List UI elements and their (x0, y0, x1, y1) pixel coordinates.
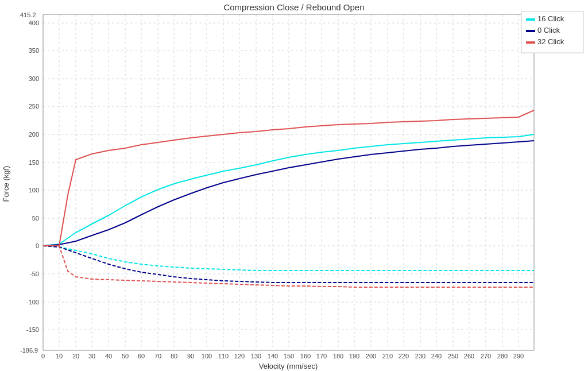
y-axis-title: Force (kgf) (2, 166, 10, 202)
y-tick-50: 50 (32, 215, 39, 222)
x-tick-120: 120 (234, 353, 245, 360)
x-tick-170: 170 (316, 353, 327, 360)
y-tick-min: -186.9 (20, 347, 38, 354)
x-tick-50: 50 (122, 353, 129, 360)
y-tick-neg100: -100 (26, 299, 39, 306)
chart-container: Compression Close / Rebound Open (0, 0, 588, 371)
x-tick-270: 270 (481, 353, 491, 360)
x-tick-0: 0 (41, 353, 45, 360)
legend-label-32click: 32 Click (537, 37, 564, 46)
x-tick-150: 150 (284, 353, 294, 360)
x-tick-60: 60 (138, 353, 145, 360)
y-tick-300: 300 (29, 75, 39, 82)
x-axis-title: Velocity (mm/sec) (259, 362, 318, 370)
x-tick-140: 140 (268, 353, 278, 360)
x-tick-230: 230 (415, 353, 425, 360)
x-tick-190: 190 (349, 353, 359, 360)
y-tick-200: 200 (29, 131, 39, 138)
x-tick-290: 290 (513, 353, 524, 360)
legend-label-16click: 16 Click (537, 14, 564, 23)
x-tick-130: 130 (251, 353, 261, 360)
x-tick-10: 10 (56, 353, 63, 360)
x-tick-240: 240 (431, 353, 442, 360)
legend-swatch-32click (526, 41, 535, 44)
x-tick-100: 100 (202, 353, 212, 360)
x-tick-250: 250 (448, 353, 458, 360)
x-tick-70: 70 (154, 353, 161, 360)
y-tick-max: 415.2 (20, 11, 36, 18)
y-tick-0: 0 (36, 242, 39, 249)
y-tick-neg150: -150 (26, 326, 39, 333)
x-tick-80: 80 (171, 353, 177, 360)
x-tick-40: 40 (105, 353, 112, 360)
y-tick-150: 150 (29, 159, 39, 166)
x-tick-210: 210 (382, 353, 393, 360)
legend-swatch-16click (526, 18, 535, 21)
x-tick-110: 110 (218, 353, 229, 360)
y-tick-350: 350 (29, 47, 39, 54)
y-tick-neg50: -50 (30, 270, 39, 277)
x-tick-180: 180 (333, 353, 343, 360)
x-tick-90: 90 (187, 353, 194, 360)
x-tick-30: 30 (88, 353, 95, 360)
chart-title: Compression Close / Rebound Open (223, 2, 364, 12)
y-tick-400: 400 (29, 20, 39, 26)
y-tick-250: 250 (29, 103, 39, 110)
legend-swatch-0click (526, 30, 535, 32)
legend-label-0click: 0 Click (537, 26, 560, 34)
x-tick-280: 280 (497, 353, 508, 360)
svg-rect-0 (43, 14, 534, 350)
x-tick-220: 220 (399, 353, 409, 360)
x-tick-260: 260 (464, 353, 474, 360)
x-tick-200: 200 (366, 353, 376, 360)
x-tick-20: 20 (72, 353, 79, 360)
y-tick-100: 100 (29, 187, 39, 194)
x-tick-160: 160 (300, 353, 311, 360)
